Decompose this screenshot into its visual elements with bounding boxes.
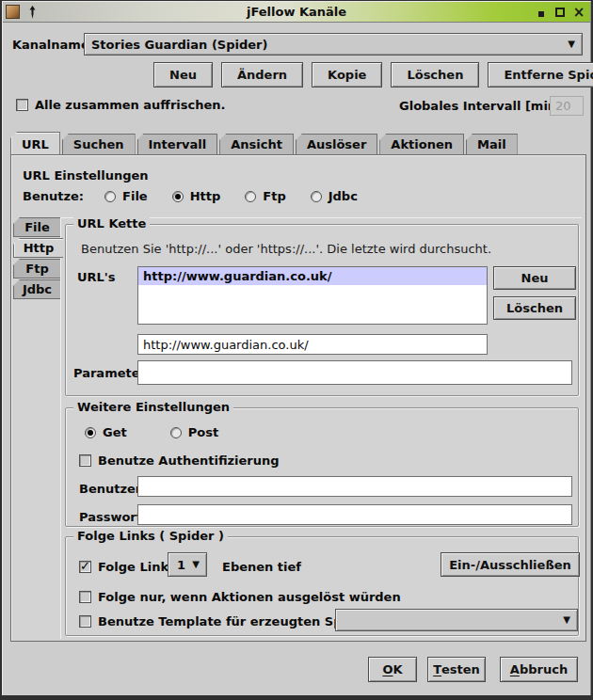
radio-get[interactable] xyxy=(85,427,96,438)
radio-ftp-label: Ftp xyxy=(263,189,285,203)
minimize-icon xyxy=(538,11,544,17)
radio-get-label: Get xyxy=(103,425,127,439)
radio-post-label: Post xyxy=(188,425,218,439)
tab-suchen[interactable]: Suchen xyxy=(62,134,136,154)
passwort-input[interactable] xyxy=(137,504,572,525)
url-hint-text: Benutzen Sie 'http://...' oder 'https://… xyxy=(81,242,491,256)
tab-mail[interactable]: Mail xyxy=(466,134,518,154)
folge-nur-label: Folge nur, wenn Aktionen ausgelöst würde… xyxy=(98,590,401,604)
kanalname-value: Stories Guardian (Spider) xyxy=(91,38,267,52)
auth-label: Benutze Authentifizierung xyxy=(98,453,280,468)
aendern-button[interactable]: Ändern xyxy=(221,62,303,88)
close-button[interactable]: × xyxy=(572,6,585,19)
url-list[interactable]: http://www.guardian.co.uk/ xyxy=(137,266,488,325)
radio-jdbc-label: Jdbc xyxy=(329,189,358,203)
kopie-button[interactable]: Kopie xyxy=(312,62,382,88)
refresh-all-label: Alle zusammen auffrischen. xyxy=(35,98,225,112)
refresh-all-checkbox[interactable] xyxy=(16,99,28,111)
kanalname-select[interactable]: Stories Guardian (Spider) ▼ xyxy=(84,33,583,56)
dialog: jFellow Kanäle × Kanalname Stories Guard… xyxy=(2,1,591,695)
benutzer-label: Benutzer xyxy=(79,482,141,496)
folge-nur-checkbox[interactable] xyxy=(79,591,91,603)
testen-button[interactable]: Testen xyxy=(427,657,486,682)
radio-ftp[interactable] xyxy=(245,191,256,202)
url-kette-group: URL Kette Benutzen Sie 'http://...' oder… xyxy=(65,224,579,396)
template-checkbox[interactable] xyxy=(79,615,91,628)
http-settings-panel: URL Kette Benutzen Sie 'http://...' oder… xyxy=(60,217,582,639)
url-einstellungen-heading: URL Einstellungen xyxy=(23,168,149,183)
template-label: Benutze Template für erzeugten Spider xyxy=(98,614,369,628)
minimize-button[interactable] xyxy=(535,6,548,19)
template-select[interactable]: ▼ xyxy=(335,609,578,631)
folge-links-group: Folge Links ( Spider ) ✓ Folge Links 1 ▼… xyxy=(65,536,579,636)
kanalname-label: Kanalname xyxy=(12,38,89,52)
passwort-label: Passwort xyxy=(79,510,142,524)
maximize-button[interactable] xyxy=(553,6,567,19)
radio-jdbc[interactable] xyxy=(311,191,322,202)
tab-aktionen[interactable]: Aktionen xyxy=(379,134,464,154)
tab-intervall[interactable]: Intervall xyxy=(137,134,218,154)
entferne-spiders-button[interactable]: Entferne Spiders xyxy=(488,62,593,88)
urls-label: URL's xyxy=(77,270,116,284)
benutze-label: Benutze: xyxy=(23,189,84,203)
chevron-down-icon: ▼ xyxy=(563,614,570,625)
close-icon: × xyxy=(573,7,585,18)
loeschen-url-button[interactable]: Löschen xyxy=(493,296,576,320)
radio-http-label: Http xyxy=(190,189,221,203)
maximize-icon xyxy=(555,8,565,17)
chevron-down-icon: ▼ xyxy=(568,39,575,49)
benutzer-input[interactable] xyxy=(137,476,572,497)
window-title: jFellow Kanäle xyxy=(3,5,590,19)
sidetab-http[interactable]: Http xyxy=(13,238,63,258)
depth-value: 1 xyxy=(177,558,185,572)
radio-http[interactable] xyxy=(172,191,184,202)
tab-ansicht[interactable]: Ansicht xyxy=(219,134,294,154)
tab-url[interactable]: URL xyxy=(10,132,60,154)
radio-file-label: File xyxy=(122,189,148,203)
ebenen-tief-label: Ebenen tief xyxy=(222,560,301,574)
depth-select[interactable]: 1 ▼ xyxy=(168,552,207,577)
tab-bar: URL Suchen Intervall Ansicht Auslöser Ak… xyxy=(10,134,518,154)
folge-links-label: Folge Links xyxy=(98,560,176,574)
radio-file[interactable] xyxy=(104,191,116,202)
sidetab-ftp[interactable]: Ftp xyxy=(13,259,60,278)
parameter-label: Parameter xyxy=(73,366,146,380)
folge-links-title: Folge Links ( Spider ) xyxy=(73,529,228,543)
sidetab-file[interactable]: File xyxy=(13,217,60,237)
abbruch-button[interactable]: Abbruch xyxy=(500,657,578,682)
titlebar[interactable]: jFellow Kanäle × xyxy=(3,2,590,23)
weitere-einstellungen-group: Weitere Einstellungen Get Post Benutze A… xyxy=(65,407,579,527)
chevron-down-icon: ▼ xyxy=(192,559,200,569)
url-list-item[interactable]: http://www.guardian.co.uk/ xyxy=(138,267,487,285)
global-interval-label: Globales Intervall [min] xyxy=(399,99,562,113)
global-interval-field[interactable]: 20 xyxy=(550,96,584,116)
url-tab-panel: URL Einstellungen Benutze: File Http Ftp… xyxy=(10,154,586,642)
neu-url-button[interactable]: Neu xyxy=(493,266,576,290)
url-input[interactable]: http://www.guardian.co.uk/ xyxy=(137,334,488,355)
folge-links-checkbox[interactable]: ✓ xyxy=(79,561,91,573)
radio-post[interactable] xyxy=(170,427,182,438)
ok-button[interactable]: OK xyxy=(368,657,417,682)
neu-channel-button[interactable]: Neu xyxy=(153,62,213,88)
ein-ausschliessen-button[interactable]: Ein-/Ausschließen xyxy=(441,552,580,577)
weitere-einstellungen-title: Weitere Einstellungen xyxy=(73,400,233,414)
window-frame: jFellow Kanäle × Kanalname Stories Guard… xyxy=(0,0,593,700)
parameter-input[interactable] xyxy=(137,360,572,385)
auth-checkbox[interactable] xyxy=(79,454,91,467)
tab-ausloeser[interactable]: Auslöser xyxy=(296,134,377,154)
check-icon: ✓ xyxy=(80,559,90,573)
sidetab-jdbc[interactable]: Jdbc xyxy=(13,279,60,299)
loeschen-channel-button[interactable]: Löschen xyxy=(391,62,479,88)
url-kette-title: URL Kette xyxy=(73,216,150,231)
